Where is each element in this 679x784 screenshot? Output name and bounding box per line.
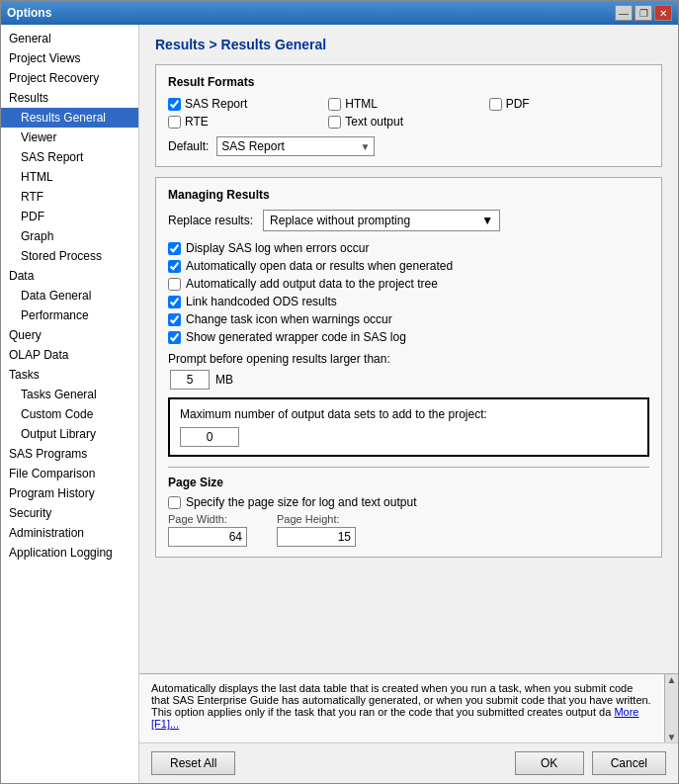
page-height-item: Page Height: bbox=[277, 513, 356, 547]
sidebar-item-sas-programs[interactable]: SAS Programs bbox=[1, 444, 138, 464]
sidebar-item-tasks-general[interactable]: Tasks General bbox=[1, 385, 138, 404]
max-output-box: Maximum number of output data sets to ad… bbox=[168, 397, 649, 457]
default-dropdown-value: SAS Report bbox=[221, 139, 284, 153]
format-text-output: Text output bbox=[328, 115, 488, 129]
options-dialog: Options — ❐ ✕ General Project Views Proj… bbox=[0, 0, 679, 784]
cb-link-handcoded: Link handcoded ODS results bbox=[168, 295, 649, 308]
title-bar: Options — ❐ ✕ bbox=[1, 1, 678, 25]
default-row: Default: SAS Report ▼ bbox=[168, 136, 649, 156]
auto-add-output-label: Automatically add output data to the pro… bbox=[186, 277, 438, 291]
help-text-content: Automatically displays the last data tab… bbox=[151, 682, 651, 718]
footer-right-buttons: OK Cancel bbox=[515, 751, 666, 775]
sidebar-item-general[interactable]: General bbox=[1, 29, 138, 48]
minimize-button[interactable]: — bbox=[615, 5, 633, 21]
sidebar-item-olap-data[interactable]: OLAP Data bbox=[1, 345, 138, 365]
sidebar-item-html[interactable]: HTML bbox=[1, 167, 138, 187]
format-sas-report: SAS Report bbox=[168, 97, 328, 111]
rte-label: RTE bbox=[185, 115, 209, 129]
prompt-label: Prompt before opening results larger tha… bbox=[168, 352, 390, 366]
text-output-checkbox[interactable] bbox=[328, 116, 341, 129]
sidebar-item-graph[interactable]: Graph bbox=[1, 226, 138, 246]
close-button[interactable]: ✕ bbox=[654, 5, 672, 21]
format-html: HTML bbox=[328, 97, 488, 111]
specify-page-size-row: Specify the page size for log and text o… bbox=[168, 495, 649, 509]
html-label: HTML bbox=[345, 97, 378, 111]
prompt-value-row: MB bbox=[170, 370, 649, 390]
cb-auto-add-output: Automatically add output data to the pro… bbox=[168, 277, 649, 291]
specify-page-size-checkbox[interactable] bbox=[168, 496, 181, 509]
sidebar-item-administration[interactable]: Administration bbox=[1, 523, 138, 543]
sidebar-item-file-comparison[interactable]: File Comparison bbox=[1, 464, 138, 483]
format-pdf: PDF bbox=[489, 97, 649, 111]
default-dropdown[interactable]: SAS Report ▼ bbox=[216, 136, 375, 156]
show-wrapper-code-checkbox[interactable] bbox=[168, 331, 181, 344]
replace-dropdown[interactable]: Replace without prompting ▼ bbox=[263, 210, 500, 231]
rte-checkbox[interactable] bbox=[168, 116, 181, 129]
sidebar-item-security[interactable]: Security bbox=[1, 503, 138, 523]
sidebar-item-data[interactable]: Data bbox=[1, 266, 138, 286]
display-sas-log-label: Display SAS log when errors occur bbox=[186, 241, 369, 255]
managing-results-label: Managing Results bbox=[168, 188, 649, 202]
sidebar-item-program-history[interactable]: Program History bbox=[1, 483, 138, 503]
main-content: Results > Results General Result Formats… bbox=[139, 25, 678, 673]
reset-all-button[interactable]: Reset All bbox=[151, 751, 235, 775]
page-width-input[interactable] bbox=[168, 527, 247, 547]
dialog-footer: Reset All OK Cancel bbox=[139, 742, 678, 783]
cb-show-wrapper-code: Show generated wrapper code in SAS log bbox=[168, 330, 649, 344]
sidebar-item-rtf[interactable]: RTF bbox=[1, 187, 138, 207]
window-title: Options bbox=[7, 6, 51, 20]
sidebar-item-custom-code[interactable]: Custom Code bbox=[1, 404, 138, 424]
sidebar-item-tasks[interactable]: Tasks bbox=[1, 365, 138, 385]
change-task-icon-checkbox[interactable] bbox=[168, 313, 181, 326]
sidebar-item-results[interactable]: Results bbox=[1, 88, 138, 108]
cb-auto-open-data: Automatically open data or results when … bbox=[168, 259, 649, 273]
sidebar-item-project-views[interactable]: Project Views bbox=[1, 48, 138, 68]
display-sas-log-checkbox[interactable] bbox=[168, 242, 181, 255]
html-checkbox[interactable] bbox=[328, 98, 341, 111]
pdf-checkbox[interactable] bbox=[489, 98, 502, 111]
sidebar-item-sas-report[interactable]: SAS Report bbox=[1, 147, 138, 167]
result-formats-section: Result Formats SAS Report HTML PDF bbox=[155, 64, 662, 167]
sas-report-checkbox[interactable] bbox=[168, 98, 181, 111]
auto-open-data-label: Automatically open data or results when … bbox=[186, 259, 453, 273]
pdf-label: PDF bbox=[506, 97, 530, 111]
replace-row: Replace results: Replace without prompti… bbox=[168, 210, 649, 231]
text-output-label: Text output bbox=[345, 115, 403, 129]
sidebar-item-data-general[interactable]: Data General bbox=[1, 286, 138, 305]
sas-report-label: SAS Report bbox=[185, 97, 247, 111]
sidebar-item-results-general[interactable]: Results General bbox=[1, 108, 138, 128]
restore-button[interactable]: ❐ bbox=[635, 5, 652, 21]
max-output-input[interactable] bbox=[180, 427, 239, 447]
scroll-up-icon[interactable]: ▲ bbox=[667, 674, 677, 685]
sidebar-item-pdf[interactable]: PDF bbox=[1, 207, 138, 226]
sidebar-item-output-library[interactable]: Output Library bbox=[1, 424, 138, 444]
sidebar-item-project-recovery[interactable]: Project Recovery bbox=[1, 68, 138, 88]
sidebar-item-application-logging[interactable]: Application Logging bbox=[1, 543, 138, 563]
format-rte: RTE bbox=[168, 115, 328, 129]
sidebar: General Project Views Project Recovery R… bbox=[1, 25, 139, 783]
auto-open-data-checkbox[interactable] bbox=[168, 260, 181, 273]
page-height-input[interactable] bbox=[277, 527, 356, 547]
cancel-button[interactable]: Cancel bbox=[592, 751, 666, 775]
auto-add-output-checkbox[interactable] bbox=[168, 278, 181, 291]
dropdown-arrow-icon: ▼ bbox=[360, 141, 370, 152]
max-output-label: Maximum number of output data sets to ad… bbox=[180, 407, 637, 421]
format-grid: SAS Report HTML PDF RTE bbox=[168, 97, 649, 129]
page-height-label: Page Height: bbox=[277, 513, 356, 525]
help-text: Automatically displays the last data tab… bbox=[151, 682, 666, 730]
sidebar-item-query[interactable]: Query bbox=[1, 325, 138, 345]
help-scrollbar[interactable]: ▲ ▼ bbox=[664, 674, 678, 742]
replace-dropdown-value: Replace without prompting bbox=[270, 214, 410, 227]
sidebar-item-performance[interactable]: Performance bbox=[1, 305, 138, 325]
prompt-value-input[interactable] bbox=[170, 370, 210, 390]
managing-results-section: Managing Results Replace results: Replac… bbox=[155, 177, 662, 558]
ok-button[interactable]: OK bbox=[515, 751, 584, 775]
sidebar-item-stored-process[interactable]: Stored Process bbox=[1, 246, 138, 266]
change-task-icon-label: Change task icon when warnings occur bbox=[186, 312, 392, 326]
cb-display-sas-log: Display SAS log when errors occur bbox=[168, 241, 649, 255]
link-handcoded-checkbox[interactable] bbox=[168, 296, 181, 308]
sidebar-item-viewer[interactable]: Viewer bbox=[1, 128, 138, 147]
scroll-down-icon[interactable]: ▼ bbox=[667, 732, 677, 742]
replace-dropdown-arrow-icon: ▼ bbox=[481, 214, 493, 227]
prompt-row: Prompt before opening results larger tha… bbox=[168, 352, 649, 366]
